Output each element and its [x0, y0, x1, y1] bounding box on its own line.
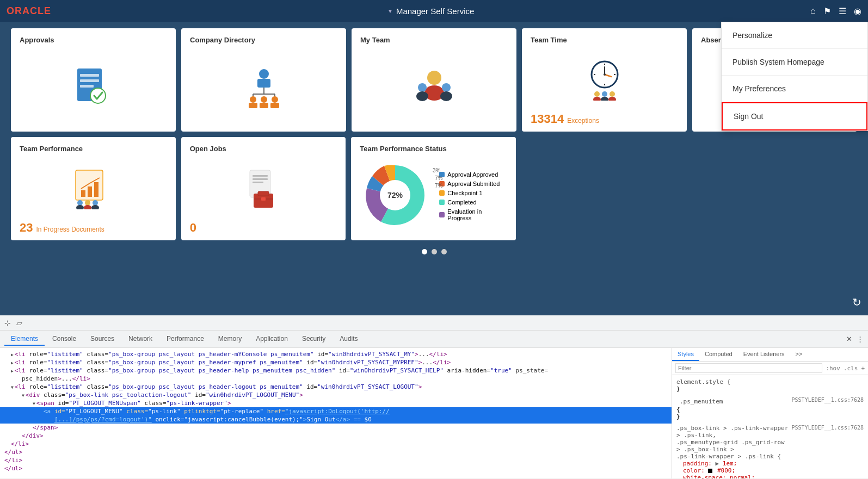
flag-icon[interactable]: ⚑ [823, 6, 831, 16]
refresh-icon[interactable]: ↻ [852, 296, 861, 309]
tile-team-performance[interactable]: Team Performance [11, 137, 176, 240]
html-line-1: ▶<li role="listitem" class="ps_box-group… [0, 350, 672, 358]
html-line-8-selected[interactable]: <a id="PT_LOGOUT_MENU" class="ps-link" p… [0, 407, 672, 415]
legend-dot-checkpoint-1 [439, 190, 445, 196]
home-icon[interactable]: ⌂ [810, 6, 816, 16]
html-line-5: ▼<li role="listitem" class="ps_box-group… [0, 383, 672, 391]
css-hover-hint[interactable]: :hov [826, 365, 840, 372]
svg-rect-14 [260, 103, 268, 108]
css-source-1: PSSTYLEDEF__1.css:7628 [792, 397, 864, 406]
tile-team-time-icon-area [531, 48, 678, 109]
tile-open-jobs-title: Open Jobs [190, 145, 226, 153]
tile-company-directory[interactable]: Company Directory [181, 28, 346, 132]
tile-approvals-title: Approvals [20, 36, 54, 44]
css-rule-1-header: .ps_menuitem PSSTYLEDEF__1.css:7628 [676, 397, 864, 406]
css-rule-2-header: .ps_box-link > .ps-link-wrapper > .ps-li… [676, 425, 864, 460]
devtools-tab-elements[interactable]: Elements [4, 333, 45, 346]
tile-team-performance-status-content: 72% 3% 7% 7% Approval Approved Approva [360, 157, 507, 235]
svg-point-34 [602, 91, 607, 97]
devtools-mobile-icon[interactable]: ▱ [16, 319, 22, 327]
devtools-tab-memory[interactable]: Memory [212, 333, 248, 346]
html-line-4: psc_hidden>...</li> [0, 375, 672, 383]
css-element-style-header: element.style { [676, 378, 864, 385]
tile-open-jobs[interactable]: Open Jobs 0 [181, 137, 346, 240]
css-rule-box-link: .ps_box-link > .ps-link-wrapper > .ps-li… [676, 425, 864, 478]
devtools-styles-tab[interactable]: Styles [672, 348, 699, 361]
svg-point-11 [250, 96, 256, 103]
css-rule-1-body: { [676, 406, 864, 413]
page-dot-3[interactable] [441, 249, 447, 254]
devtools-tab-console[interactable]: Console [46, 333, 83, 346]
html-line-6: ▼<div class="ps_box-link psc_toolaction-… [0, 391, 672, 399]
personalize-item[interactable]: Personalize [722, 22, 867, 49]
page-dot-1[interactable] [422, 249, 427, 254]
tile-approvals[interactable]: Approvals [11, 28, 176, 132]
legend-approval-submitted: Approval Submitted [439, 181, 507, 187]
svg-point-4 [90, 88, 106, 103]
svg-point-51 [84, 205, 91, 209]
devtools-event-listeners-tab[interactable]: Event Listeners [738, 348, 790, 361]
oracle-logo-text: ORACLE [7, 5, 51, 16]
svg-rect-48 [88, 186, 92, 197]
legend-dot-completed [439, 200, 445, 205]
css-element-style-close: } [676, 385, 864, 393]
devtools-tab-application[interactable]: Application [249, 333, 294, 346]
devtools-tab-network[interactable]: Network [122, 333, 159, 346]
devtools-html-tree: ▶<li role="listitem" class="ps_box-group… [0, 348, 672, 478]
css-rule-ps-menuitem-1: .ps_menuitem PSSTYLEDEF__1.css:7628 { } [676, 397, 864, 420]
svg-rect-57 [253, 175, 268, 177]
devtools-close-icon[interactable]: ✕ [846, 335, 852, 343]
svg-rect-61 [258, 191, 269, 196]
devtools-tab-performance[interactable]: Performance [160, 333, 211, 346]
page-dot-2[interactable] [432, 249, 437, 254]
svg-rect-59 [253, 182, 263, 183]
css-filter-input[interactable] [675, 363, 822, 373]
svg-point-21 [442, 83, 451, 92]
tile-open-jobs-icon-area [190, 157, 337, 221]
svg-rect-1 [80, 74, 99, 77]
devtools-cursor-icon[interactable]: ⊹ [4, 319, 11, 327]
devtools-panel: ⊹ ▱ Elements Console Sources Network Per… [0, 315, 868, 478]
company-directory-svg-icon [242, 66, 286, 109]
css-rules-content: element.style { } .ps_menuitem PSSTYLEDE… [672, 375, 868, 478]
my-preferences-item[interactable]: My Preferences [722, 76, 867, 102]
tile-my-team[interactable]: My Team [352, 28, 516, 132]
html-line-14: </li> [0, 456, 672, 464]
publish-homepage-item[interactable]: Publish System Homepage [722, 49, 867, 76]
tile-company-directory-title: Company Directory [190, 36, 255, 44]
my-team-svg-icon [413, 66, 456, 109]
devtools-tab-audits[interactable]: Audits [333, 333, 364, 346]
tile-my-team-title: My Team [360, 36, 390, 44]
css-cls-hint[interactable]: .cls [844, 365, 858, 372]
svg-text:72%: 72% [387, 191, 403, 200]
tile-team-performance-status[interactable]: Team Performance Status [351, 137, 516, 240]
devtools-more-tabs[interactable]: >> [790, 348, 808, 361]
svg-rect-58 [253, 178, 268, 180]
svg-point-55 [76, 205, 84, 209]
css-source-2: PSSTYLEDEF__1.css:7628 [792, 425, 864, 460]
css-add-hint[interactable]: + [861, 365, 865, 372]
devtools-undock-icon[interactable]: ⋮ [857, 335, 864, 343]
svg-rect-12 [249, 103, 257, 108]
pct-label-7b: 7% [435, 183, 442, 189]
user-icon[interactable]: ◉ [854, 6, 861, 16]
pct-label-7a: 7% [435, 175, 442, 181]
app-title: Manager Self Service [387, 7, 474, 16]
devtools-tabs-bar: Elements Console Sources Network Perform… [0, 331, 868, 348]
legend-label-approval-submitted: Approval Submitted [447, 181, 500, 187]
html-line-13: </ul> [0, 448, 672, 456]
oracle-logo: ORACLE [7, 5, 51, 17]
pie-chart-svg: 72% [360, 160, 430, 231]
svg-rect-47 [81, 190, 85, 197]
devtools-computed-tab[interactable]: Computed [699, 348, 738, 361]
sign-out-item[interactable]: Sign Out [722, 102, 867, 130]
devtools-right-controls: ✕ ⋮ [846, 335, 864, 343]
menu-icon[interactable]: ☰ [839, 6, 846, 16]
svg-point-53 [91, 205, 99, 209]
devtools-tab-security[interactable]: Security [296, 333, 332, 346]
html-line-9-selected: [...]/psp/ps/?cmd=logout')" onclick="jav… [0, 415, 672, 424]
legend-dot-evaluation [439, 212, 445, 217]
devtools-tab-sources[interactable]: Sources [84, 333, 121, 346]
tile-team-time-title: Team Time [531, 36, 567, 44]
tile-team-time[interactable]: Team Time [522, 28, 687, 132]
